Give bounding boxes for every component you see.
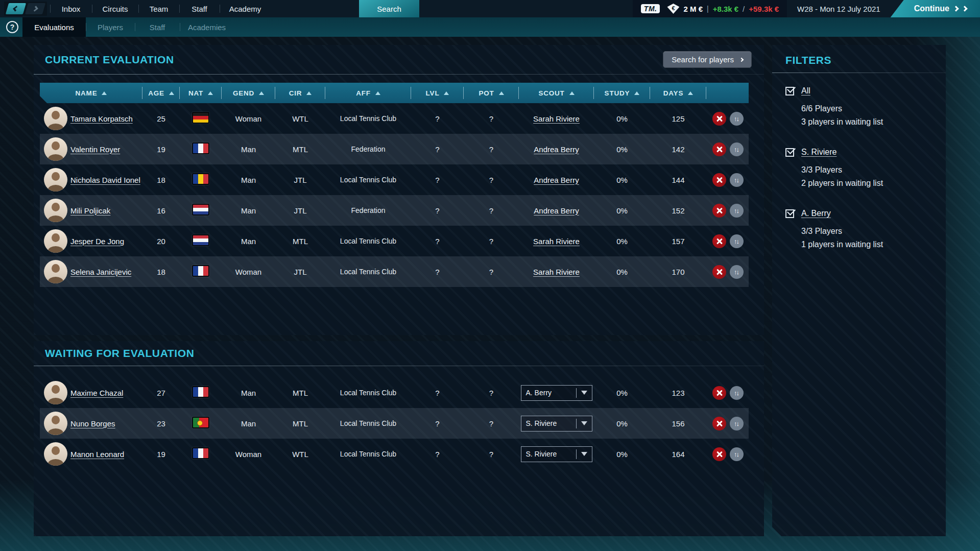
circuit-cell: MTL: [275, 419, 325, 428]
remove-button[interactable]: [712, 386, 726, 400]
column-header-study[interactable]: STUDY: [594, 83, 650, 103]
filter-label-a-berry[interactable]: A. Berry: [801, 209, 831, 218]
player-name-link[interactable]: Mili Poljicak: [70, 206, 110, 215]
swap-button[interactable]: ↑↓: [730, 142, 744, 156]
subtab-players[interactable]: Players: [86, 17, 135, 37]
swap-button[interactable]: ↑↓: [730, 386, 744, 400]
column-header-lvl[interactable]: LVL: [411, 83, 464, 103]
column-header-nat[interactable]: NAT: [180, 83, 222, 103]
scout-dropdown[interactable]: A. Berry: [521, 385, 592, 401]
filter-label-s-riviere[interactable]: S. Riviere: [801, 148, 836, 157]
sort-asc-icon: [634, 91, 639, 95]
tab-team[interactable]: Team: [138, 0, 179, 17]
column-header-cir[interactable]: CIR: [275, 83, 325, 103]
arrow-down-icon: ↓: [736, 420, 739, 427]
column-header-age[interactable]: AGE: [142, 83, 180, 103]
swap-button[interactable]: ↑↓: [730, 112, 744, 126]
study-cell: 0%: [594, 268, 650, 276]
column-header-pot[interactable]: POT: [464, 83, 519, 103]
player-name-link[interactable]: Valentin Royer: [70, 145, 120, 154]
remove-button[interactable]: [712, 234, 726, 248]
search-for-players-button[interactable]: Search for players: [663, 51, 752, 68]
player-name-link[interactable]: Jesper De Jong: [70, 237, 124, 246]
player-name-cell: Nicholas David Ionel: [70, 176, 142, 184]
balance-value: 2 M €: [683, 5, 703, 13]
swap-button[interactable]: ↑↓: [730, 234, 744, 248]
remove-button[interactable]: [712, 112, 726, 126]
waiting-count: 1 players in waiting list: [801, 238, 933, 251]
circuit-cell: MTL: [275, 237, 325, 246]
player-name-link[interactable]: Maxime Chazal: [70, 389, 123, 397]
scout-link[interactable]: Sarah Riviere: [533, 114, 580, 123]
potential-cell: ?: [464, 450, 519, 459]
arrow-down-icon: ↓: [736, 237, 739, 245]
column-header-gend[interactable]: GEND: [222, 83, 275, 103]
scout-link[interactable]: Andrea Berry: [534, 206, 579, 215]
tab-circuits[interactable]: Circuits: [92, 0, 138, 17]
scout-link[interactable]: Sarah Riviere: [533, 268, 580, 276]
row-actions: ↑↓: [706, 173, 749, 187]
swap-button[interactable]: ↑↓: [730, 265, 744, 279]
column-header-days[interactable]: DAYS: [650, 83, 706, 103]
player-name-link[interactable]: Manon Leonard: [70, 450, 124, 459]
scout-link[interactable]: Andrea Berry: [534, 145, 579, 154]
scout-cell: Sarah Riviere: [519, 114, 594, 123]
nationality-cell: [180, 265, 222, 278]
checkbox-a-berry[interactable]: [785, 209, 794, 218]
checkbox-s-riviere[interactable]: [785, 148, 794, 157]
gender-cell: Woman: [222, 450, 275, 459]
filter-group-all: All 6/6 Players 3 players in waiting lis…: [785, 86, 933, 129]
continue-button[interactable]: Continue: [891, 0, 980, 17]
remove-button[interactable]: [712, 173, 726, 187]
help-icon[interactable]: ?: [6, 21, 18, 33]
tab-staff[interactable]: Staff: [179, 0, 220, 17]
column-header-aff[interactable]: AFF: [325, 83, 411, 103]
checkbox-all[interactable]: [785, 87, 794, 95]
study-cell: 0%: [594, 389, 650, 397]
divider: [576, 388, 577, 398]
swap-button[interactable]: ↑↓: [730, 173, 744, 187]
arrow-down-icon: ↓: [736, 115, 739, 123]
tab-search[interactable]: Search: [359, 0, 419, 17]
triangle-down-icon: [581, 391, 587, 395]
filter-label-all[interactable]: All: [801, 86, 810, 95]
tab-academy[interactable]: Academy: [220, 0, 271, 17]
double-chevron-right-icon: [962, 6, 967, 11]
column-header-scout[interactable]: SCOUT: [519, 83, 594, 103]
forward-button[interactable]: [25, 3, 45, 14]
remove-button[interactable]: [712, 204, 726, 218]
gender-cell: Man: [222, 206, 275, 215]
circuit-cell: WTL: [275, 450, 325, 459]
scout-link[interactable]: Sarah Riviere: [533, 237, 580, 246]
tab-inbox[interactable]: Inbox: [50, 0, 92, 17]
subtab-evaluations[interactable]: Evaluations: [22, 17, 86, 37]
gender-cell: Woman: [222, 268, 275, 276]
back-button[interactable]: [6, 3, 26, 14]
main-content: CURRENT EVALUATION Search for players NA…: [0, 37, 980, 551]
remove-button[interactable]: [712, 417, 726, 430]
player-name-link[interactable]: Selena Janicijevic: [70, 268, 131, 276]
chevron-left-icon: [13, 6, 18, 11]
level-cell: ?: [411, 419, 464, 428]
scout-cell: S. Riviere: [519, 416, 594, 432]
gender-cell: Woman: [222, 114, 275, 123]
days-cell: 170: [650, 268, 706, 276]
days-cell: 125: [650, 114, 706, 123]
subtab-academies[interactable]: Academies: [180, 17, 234, 37]
swap-button[interactable]: ↑↓: [730, 417, 744, 430]
swap-button[interactable]: ↑↓: [730, 447, 744, 461]
player-name-link[interactable]: Nuno Borges: [70, 419, 115, 428]
scout-link[interactable]: Andrea Berry: [534, 176, 579, 184]
arrow-down-icon: ↓: [736, 176, 739, 184]
scout-dropdown[interactable]: S. Riviere: [521, 416, 592, 432]
remove-button[interactable]: [712, 447, 726, 461]
remove-button[interactable]: [712, 265, 726, 279]
row-actions: ↑↓: [706, 234, 749, 248]
subtab-staff[interactable]: Staff: [135, 17, 180, 37]
player-name-link[interactable]: Nicholas David Ionel: [70, 176, 140, 184]
scout-dropdown[interactable]: S. Riviere: [521, 446, 592, 462]
swap-button[interactable]: ↑↓: [730, 204, 744, 218]
player-name-link[interactable]: Tamara Korpatsch: [70, 114, 133, 123]
remove-button[interactable]: [712, 142, 726, 156]
column-header-name[interactable]: NAME: [40, 83, 142, 103]
